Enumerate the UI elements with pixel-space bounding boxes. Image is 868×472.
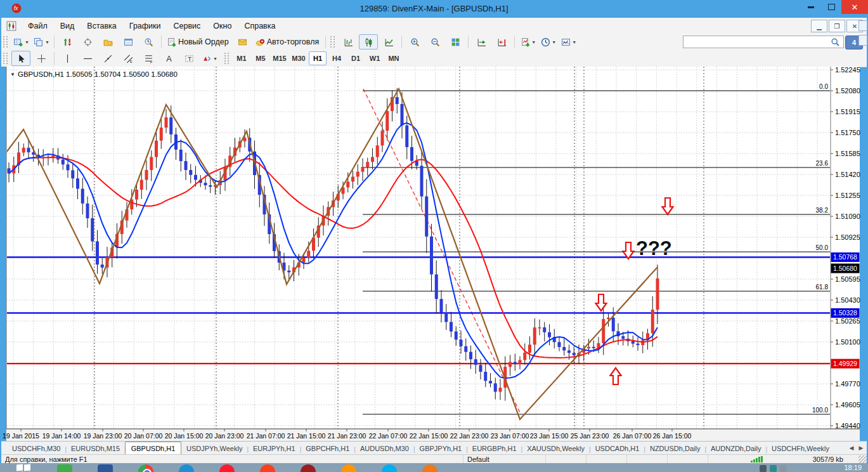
- market-watch-button[interactable]: [58, 34, 77, 49]
- crosshair-tool-button[interactable]: [32, 51, 51, 66]
- chart-tab-audusdh-m30[interactable]: AUDUSDh,M30: [354, 443, 415, 454]
- minimize-button[interactable]: [801, 0, 821, 14]
- tray-icon[interactable]: [760, 465, 767, 472]
- profiles-button[interactable]: ▾: [32, 34, 51, 49]
- search-icon[interactable]: [829, 36, 841, 48]
- chart-tab-eurjpyh-h1[interactable]: EURJPYh,H1: [247, 443, 301, 454]
- chart-tab-gbpjpyh-h1[interactable]: GBPJPYh,H1: [414, 443, 468, 454]
- taskbar-icon-browser-blue[interactable]: [179, 464, 194, 472]
- horizontal-line-tool-button[interactable]: [78, 51, 97, 66]
- chart-tab-eurgbph-h1[interactable]: EURGBPh,H1: [467, 443, 522, 454]
- menu-item-1[interactable]: Вид: [54, 19, 81, 33]
- price-badge-value: 1.50328: [833, 309, 857, 317]
- zoom-out-button[interactable]: [425, 34, 444, 49]
- price-chart[interactable]: 0.023.638.250.061.8100.0???▼GBPUSDh,H1 1…: [0, 67, 868, 441]
- timeframe-m5-button[interactable]: M5: [252, 51, 269, 65]
- zoom-in-button[interactable]: [405, 34, 424, 49]
- menu-item-6[interactable]: Справка: [238, 19, 282, 33]
- chart-tab-gbpusdh-h1[interactable]: GBPUSDh,H1: [125, 442, 182, 454]
- toolbar-grip[interactable]: [330, 36, 335, 48]
- menu-item-2[interactable]: Вставка: [81, 19, 122, 33]
- toolbar-grip[interactable]: [3, 36, 8, 48]
- status-profile[interactable]: Default: [463, 455, 547, 464]
- timeframe-m1-button[interactable]: M1: [233, 51, 250, 65]
- taskbar-clock[interactable]: 18:19: [844, 464, 862, 471]
- favorites-icon: [103, 37, 113, 47]
- terminal-button[interactable]: [119, 34, 138, 49]
- navigator-button[interactable]: [78, 34, 97, 49]
- arrows-tool-button[interactable]: ▾: [200, 51, 219, 66]
- taskbar-icon-app-orange[interactable]: [422, 464, 437, 472]
- taskbar-icon-word[interactable]: [98, 464, 113, 472]
- tab-scroll-left-button[interactable]: ◀: [847, 443, 856, 452]
- tile-windows-icon: [451, 37, 460, 47]
- chart-tab-nzdusdh-daily[interactable]: NZDUSDh,Daily: [644, 443, 706, 454]
- time-axis-label: 25 Jan 23:00: [571, 432, 609, 440]
- panel-toggle-button[interactable]: [858, 20, 867, 31]
- start-button[interactable]: [16, 464, 32, 472]
- timeframe-h4-button[interactable]: H4: [328, 51, 346, 65]
- tile-windows-button[interactable]: [446, 34, 465, 49]
- channel-tool-button[interactable]: E: [119, 51, 138, 66]
- title-bar: fx 129859: DivenFX-Main - [GBPUSDh,H1] ✕: [0, 0, 868, 18]
- chart-tab-usdchfh-m30[interactable]: USDCHFh,M30: [6, 443, 66, 454]
- line-chart-button[interactable]: [379, 34, 398, 49]
- timeframe-mn-button[interactable]: MN: [385, 51, 403, 65]
- fibonacci-tool-button[interactable]: F: [139, 51, 158, 66]
- search-input[interactable]: [683, 36, 844, 48]
- indicators-button[interactable]: ▾: [518, 34, 537, 49]
- price-axis-label: 1.51750: [835, 129, 860, 136]
- indicators-icon: [521, 37, 530, 47]
- favorites-button[interactable]: [98, 34, 117, 49]
- periods-button[interactable]: ▾: [538, 34, 557, 49]
- maximize-button[interactable]: [821, 0, 841, 14]
- text-tool-button[interactable]: A: [159, 51, 178, 66]
- strategy-tester-button[interactable]: [139, 34, 158, 49]
- timeframe-h1-button[interactable]: H1: [309, 51, 327, 65]
- menu-item-3[interactable]: Графики: [123, 19, 167, 33]
- child-restore-button[interactable]: ❐: [829, 20, 845, 32]
- taskbar-icon-skype[interactable]: [382, 464, 397, 472]
- taskbar-icon-opera[interactable]: [219, 464, 235, 472]
- text-label-tool-button[interactable]: T: [179, 51, 198, 66]
- candle-chart-button[interactable]: [359, 34, 378, 49]
- toolbar-grip[interactable]: [224, 53, 229, 64]
- chart-tab-audnzdh-daily[interactable]: AUDNZDh,Daily: [705, 443, 767, 454]
- taskbar-icon-app-darkred[interactable]: [301, 464, 316, 472]
- vertical-line-tool-button[interactable]: [58, 51, 77, 66]
- menu-item-0[interactable]: Файл: [22, 19, 54, 33]
- chart-tab-usdcadh-h1[interactable]: USDCADh,H1: [590, 443, 645, 454]
- taskbar-icon-firefox[interactable]: [341, 464, 356, 472]
- chart-tab-eurusdh-m15[interactable]: EURUSDh,M15: [65, 443, 126, 454]
- new-order-button[interactable]: Новый Ордер: [165, 34, 232, 49]
- timeframe-d1-button[interactable]: D1: [347, 51, 365, 65]
- autotrading-button[interactable]: Авто-торговля: [254, 34, 323, 49]
- bar-chart-button[interactable]: [339, 34, 358, 49]
- cursor-tool-button[interactable]: [11, 51, 30, 66]
- tray-icon[interactable]: [770, 465, 777, 472]
- auto-scroll-button[interactable]: [472, 34, 491, 49]
- panel-toggle-button[interactable]: [858, 35, 867, 46]
- timeframe-m30-button[interactable]: M30: [290, 51, 308, 65]
- taskbar-icon-store[interactable]: [57, 464, 72, 472]
- menu-item-4[interactable]: Сервис: [167, 19, 207, 33]
- templates-button[interactable]: ▾: [559, 34, 578, 49]
- child-minimize-button[interactable]: ▁: [811, 20, 827, 32]
- taskbar-icon-chrome[interactable]: [138, 464, 153, 472]
- chart-tab-gbpchfh-h1[interactable]: GBPCHFh,H1: [300, 443, 355, 454]
- tray-icon[interactable]: [780, 465, 787, 472]
- timeframe-w1-button[interactable]: W1: [366, 51, 384, 65]
- chart-shift-button[interactable]: [492, 34, 511, 49]
- chart-tab-usdchfh-weekly[interactable]: USDCHFh,Weekly: [766, 443, 835, 454]
- metaeditor-button[interactable]: [233, 34, 252, 49]
- timeframe-m15-button[interactable]: M15: [271, 51, 288, 65]
- menu-item-5[interactable]: Окно: [207, 19, 238, 33]
- trendline-tool-button[interactable]: [98, 51, 117, 66]
- new-chart-button[interactable]: ▾: [11, 34, 30, 49]
- close-button[interactable]: ✕: [841, 0, 868, 14]
- taskbar-icon-yandex[interactable]: [260, 464, 275, 472]
- chart-tab-usdjpyh-weekly[interactable]: USDJPYh,Weekly: [181, 443, 248, 454]
- tab-scroll-right-button[interactable]: ▶: [857, 443, 865, 452]
- toolbar-grip[interactable]: [3, 53, 8, 64]
- chart-tab-xauusdh-weekly[interactable]: XAUUSDh,Weekly: [521, 443, 590, 454]
